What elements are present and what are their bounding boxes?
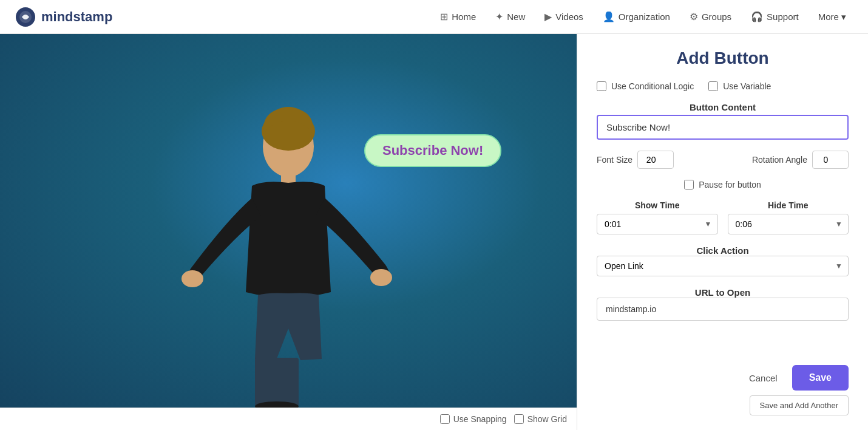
use-snapping-label: Use Snapping bbox=[453, 414, 507, 424]
primary-btn-row: Cancel Save bbox=[742, 365, 849, 391]
nav-item-videos[interactable]: ▶ Videos bbox=[537, 7, 591, 26]
video-panel: Subscribe Now! bbox=[0, 34, 577, 430]
svg-point-5 bbox=[181, 270, 203, 287]
rotation-input[interactable] bbox=[812, 151, 849, 169]
nav-label-more: More ▾ bbox=[818, 12, 846, 22]
show-time-label: Show Time bbox=[597, 200, 718, 210]
groups-icon: ⚙ bbox=[690, 11, 698, 22]
click-action-label: Click Action bbox=[597, 245, 849, 256]
use-variable-checkbox[interactable] bbox=[708, 81, 718, 91]
video-controls-bar: Use Snapping Show Grid bbox=[0, 408, 577, 430]
videos-icon: ▶ bbox=[544, 11, 552, 22]
url-input[interactable] bbox=[597, 298, 849, 321]
button-content-section: Button Content bbox=[597, 102, 849, 140]
nav-label-home: Home bbox=[452, 12, 476, 22]
svg-rect-7 bbox=[255, 358, 299, 406]
hide-time-select-wrap: 0:06 0:08 0:10 ▼ bbox=[728, 214, 849, 234]
navbar: mindstamp ⊞ Home ✦ New ▶ Videos 👤 Organi… bbox=[0, 0, 868, 34]
font-size-input[interactable] bbox=[637, 151, 674, 169]
pause-label: Pause for button bbox=[699, 180, 761, 189]
pause-checkbox[interactable] bbox=[684, 180, 694, 189]
nav-item-organization[interactable]: 👤 Organization bbox=[595, 7, 677, 26]
nav-label-new: New bbox=[507, 12, 525, 22]
button-content-input[interactable] bbox=[597, 115, 849, 140]
form-panel: Add Button Use Conditional Logic Use Var… bbox=[577, 34, 868, 430]
url-label: URL to Open bbox=[597, 287, 849, 298]
nav-label-support: Support bbox=[767, 12, 799, 22]
form-actions: Cancel Save Save and Add Another bbox=[597, 360, 849, 415]
show-grid-label: Show Grid bbox=[527, 414, 567, 424]
nav-item-groups[interactable]: ⚙ Groups bbox=[682, 7, 739, 26]
logo-text: mindstamp bbox=[41, 9, 112, 25]
form-title: Add Button bbox=[597, 49, 849, 68]
use-variable-label: Use Variable bbox=[723, 81, 771, 91]
nav-item-home[interactable]: ⊞ Home bbox=[433, 7, 483, 26]
conditional-logic-group[interactable]: Use Conditional Logic bbox=[597, 81, 694, 91]
click-action-section: Click Action Open Link Go to Time Open P… bbox=[597, 245, 849, 276]
rotation-label: Rotation Angle bbox=[752, 155, 807, 165]
time-row: Show Time 0:01 0:02 0:03 0:05 ▼ Hide Tim… bbox=[597, 200, 849, 234]
nav-label-videos: Videos bbox=[555, 12, 583, 22]
nav-item-new[interactable]: ✦ New bbox=[488, 7, 532, 26]
conditional-logic-label: Use Conditional Logic bbox=[611, 81, 694, 91]
hide-time-select[interactable]: 0:06 0:08 0:10 bbox=[728, 214, 849, 234]
show-grid-group[interactable]: Show Grid bbox=[514, 414, 567, 424]
show-time-select-wrap: 0:01 0:02 0:03 0:05 ▼ bbox=[597, 214, 718, 234]
save-button[interactable]: Save bbox=[792, 365, 849, 391]
font-size-group: Font Size bbox=[597, 151, 674, 169]
logo-icon bbox=[15, 6, 36, 28]
hide-time-group: Hide Time 0:06 0:08 0:10 ▼ bbox=[728, 200, 849, 234]
click-action-select[interactable]: Open Link Go to Time Open Popup Submit F… bbox=[597, 256, 849, 276]
nav-label-org: Organization bbox=[619, 12, 670, 22]
conditional-logic-checkbox[interactable] bbox=[597, 81, 606, 91]
url-section: URL to Open bbox=[597, 287, 849, 321]
main-layout: Subscribe Now! bbox=[0, 34, 868, 430]
font-size-label: Font Size bbox=[597, 155, 632, 165]
font-rotation-row: Font Size Rotation Angle bbox=[597, 151, 849, 169]
person-figure bbox=[143, 98, 434, 408]
nav-logo[interactable]: mindstamp bbox=[15, 6, 112, 28]
org-icon: 👤 bbox=[603, 11, 615, 22]
support-icon: 🎧 bbox=[751, 11, 763, 22]
nav-label-groups: Groups bbox=[702, 12, 731, 22]
use-variable-group[interactable]: Use Variable bbox=[708, 81, 771, 91]
show-time-select[interactable]: 0:01 0:02 0:03 0:05 bbox=[597, 214, 718, 234]
hide-time-label: Hide Time bbox=[728, 200, 849, 210]
video-area: Subscribe Now! bbox=[0, 34, 577, 408]
show-time-group: Show Time 0:01 0:02 0:03 0:05 ▼ bbox=[597, 200, 718, 234]
form-checkboxes-row: Use Conditional Logic Use Variable bbox=[597, 81, 849, 91]
use-snapping-group[interactable]: Use Snapping bbox=[440, 414, 507, 424]
nav-item-support[interactable]: 🎧 Support bbox=[744, 7, 806, 26]
show-grid-checkbox[interactable] bbox=[514, 414, 524, 424]
rotation-group: Rotation Angle bbox=[752, 151, 849, 169]
nav-item-more[interactable]: More ▾ bbox=[811, 8, 853, 26]
cancel-button[interactable]: Cancel bbox=[742, 368, 785, 388]
new-icon: ✦ bbox=[495, 11, 503, 22]
svg-point-6 bbox=[370, 269, 392, 286]
home-icon: ⊞ bbox=[440, 11, 448, 22]
use-snapping-checkbox[interactable] bbox=[440, 414, 450, 424]
nav-items: ⊞ Home ✦ New ▶ Videos 👤 Organization ⚙ G… bbox=[433, 7, 853, 26]
save-add-another-button[interactable]: Save and Add Another bbox=[750, 395, 849, 415]
click-action-select-wrap: Open Link Go to Time Open Popup Submit F… bbox=[597, 256, 849, 276]
button-content-label: Button Content bbox=[597, 102, 849, 112]
pause-row: Pause for button bbox=[597, 180, 849, 189]
